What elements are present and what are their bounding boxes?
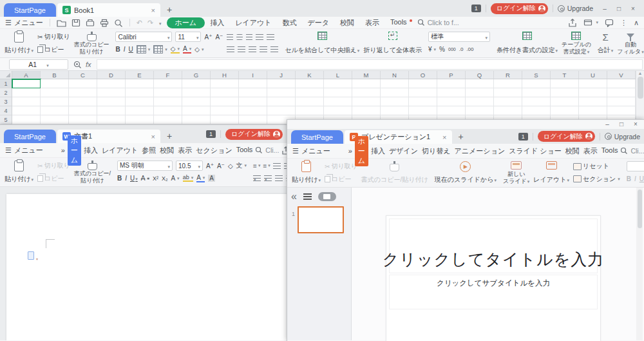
- cell-O3[interactable]: [409, 97, 437, 106]
- row-header-4[interactable]: 4: [0, 106, 12, 115]
- decrease-decimal-button[interactable]: .00: [466, 46, 473, 52]
- cell-I3[interactable]: [239, 97, 267, 106]
- presentation-menu-5[interactable]: 校閲: [565, 146, 580, 156]
- font-size-select[interactable]: 10.5: [176, 161, 203, 171]
- main-menu-button[interactable]: ☰ メニュー: [292, 146, 330, 156]
- outline-view-icon[interactable]: [303, 193, 312, 200]
- cell-V1[interactable]: [607, 79, 636, 88]
- writer-menu-0[interactable]: 挿入: [84, 146, 98, 155]
- increase-font-button[interactable]: A⁺: [204, 34, 212, 41]
- share-icon[interactable]: [568, 19, 577, 27]
- writer-menu-2[interactable]: 参照: [142, 146, 156, 155]
- cell-U4[interactable]: [579, 106, 607, 115]
- switch-window-icon[interactable]: [583, 19, 598, 26]
- title-placeholder[interactable]: クリックしてタイトルを入力: [389, 219, 598, 273]
- save-icon[interactable]: [71, 19, 80, 27]
- col-header-S[interactable]: S: [522, 71, 551, 79]
- insert-function-icon[interactable]: fx: [86, 61, 91, 68]
- minimize-button[interactable]: –: [600, 121, 614, 128]
- cell-T1[interactable]: [551, 79, 579, 88]
- export-icon[interactable]: [86, 19, 95, 27]
- cell-A3[interactable]: [12, 97, 41, 106]
- cell-O2[interactable]: [409, 88, 437, 97]
- cell-K3[interactable]: [296, 97, 324, 106]
- row-header-1[interactable]: 1: [0, 79, 12, 88]
- login-release-button[interactable]: ログイン解除: [491, 3, 548, 14]
- sum-button[interactable]: Σ 合計: [596, 30, 616, 56]
- writer-menu-3[interactable]: 校閲: [160, 146, 174, 155]
- redo-icon[interactable]: ↷: [147, 19, 153, 27]
- cell-D1[interactable]: [97, 79, 126, 88]
- cell-B3[interactable]: [41, 97, 69, 106]
- col-header-F[interactable]: F: [154, 71, 182, 79]
- restore-button[interactable]: □: [614, 121, 629, 128]
- cell-E4[interactable]: [126, 106, 154, 115]
- cell-L1[interactable]: [324, 79, 352, 88]
- presentation-menu-6[interactable]: 表示: [583, 146, 598, 156]
- cell-F1[interactable]: [154, 79, 182, 88]
- row-header-3[interactable]: 3: [0, 97, 12, 106]
- text-effects-button[interactable]: A: [171, 175, 179, 182]
- cell-G3[interactable]: [182, 97, 211, 106]
- writer-document-area[interactable]: [0, 187, 287, 340]
- cell-O1[interactable]: [409, 79, 437, 88]
- cell-J1[interactable]: [267, 79, 296, 88]
- tab-startpage[interactable]: StartPage: [4, 130, 56, 143]
- font-name-select[interactable]: Calibri: [115, 32, 172, 42]
- toolbar-overflow-icon[interactable]: »: [61, 146, 65, 154]
- tab-home[interactable]: ホーム: [167, 17, 205, 28]
- cell-F2[interactable]: [154, 88, 182, 97]
- cell-S4[interactable]: [522, 106, 551, 115]
- scroll-thumb[interactable]: [638, 190, 642, 228]
- cell-R1[interactable]: [494, 79, 522, 88]
- number-format-select[interactable]: 標準: [428, 32, 490, 42]
- font-color-button[interactable]: A: [196, 175, 205, 182]
- cell-H4[interactable]: [211, 106, 239, 115]
- cell-S2[interactable]: [522, 88, 551, 97]
- cell-U3[interactable]: [579, 97, 607, 106]
- cell-M3[interactable]: [352, 97, 381, 106]
- col-header-J[interactable]: J: [267, 71, 296, 79]
- align-center-button[interactable]: [264, 175, 272, 181]
- col-header-U[interactable]: U: [579, 71, 607, 79]
- bullet-list-button[interactable]: ≡: [253, 162, 260, 170]
- paste-button[interactable]: 貼り付け: [3, 30, 35, 56]
- col-header-L[interactable]: L: [324, 71, 352, 79]
- char-shading-button[interactable]: A: [208, 175, 215, 182]
- row-header-5[interactable]: 5: [0, 115, 12, 124]
- new-slide-button[interactable]: 新しいスライド: [501, 160, 531, 186]
- align-center-button[interactable]: [238, 46, 245, 52]
- cell-Q4[interactable]: [466, 106, 494, 115]
- paste-button[interactable]: 貼り付け: [3, 159, 35, 185]
- presentation-menu-4[interactable]: スライド ショー: [509, 146, 562, 156]
- cell-J2[interactable]: [267, 88, 296, 97]
- cell-V2[interactable]: [607, 88, 636, 97]
- conditional-format-button[interactable]: 条件付き書式の設定: [495, 30, 560, 56]
- cell-K4[interactable]: [296, 106, 324, 115]
- more-icon[interactable]: ⋮: [620, 19, 627, 27]
- new-tab-button[interactable]: +: [160, 131, 178, 143]
- cell-Q3[interactable]: [466, 97, 494, 106]
- col-header-H[interactable]: H: [211, 71, 239, 79]
- italic-button[interactable]: I: [634, 175, 636, 182]
- cell-A4[interactable]: [12, 106, 41, 115]
- cell-I2[interactable]: [239, 88, 267, 97]
- doc-count-badge[interactable]: 1: [518, 133, 528, 141]
- cell-E1[interactable]: [126, 79, 154, 88]
- writer-menu-4[interactable]: 表示: [178, 146, 192, 155]
- cell-H3[interactable]: [211, 97, 239, 106]
- cell-M4[interactable]: [352, 106, 381, 115]
- align-middle-button[interactable]: [236, 34, 243, 40]
- col-header-N[interactable]: N: [381, 71, 409, 79]
- decrease-indent-button[interactable]: [256, 34, 263, 40]
- cell-R4[interactable]: [494, 106, 522, 115]
- presentation-search[interactable]: Cli...: [620, 147, 644, 155]
- subscript-button[interactable]: X₂: [162, 175, 168, 182]
- col-header-I[interactable]: I: [239, 71, 267, 79]
- decrease-font-button[interactable]: A⁻: [215, 34, 223, 41]
- cell-B4[interactable]: [41, 106, 69, 115]
- sheet-menu-4[interactable]: 校閲: [340, 18, 354, 28]
- justify-button[interactable]: [260, 46, 267, 52]
- cell-U1[interactable]: [579, 79, 607, 88]
- cell-I5[interactable]: [239, 115, 267, 124]
